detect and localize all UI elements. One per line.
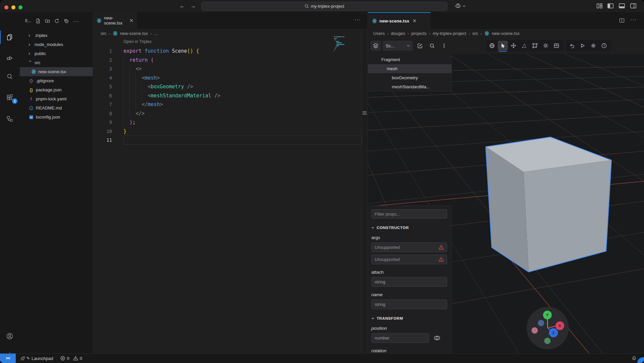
copilot-button[interactable] xyxy=(455,3,466,9)
section-header-transform[interactable]: TRANSFORM xyxy=(371,316,447,320)
breadcrumb-item-new-scene-tsx[interactable]: new-scene.tsx xyxy=(120,31,148,36)
file-item-new-scene-tsx[interactable]: new-scene.tsx xyxy=(20,67,93,76)
settings-gear-icon[interactable] xyxy=(588,41,598,51)
select-tool-icon[interactable] xyxy=(498,41,508,51)
undo-icon[interactable] xyxy=(567,41,577,51)
filter-props-input[interactable] xyxy=(371,209,447,219)
search-icon[interactable] xyxy=(0,69,19,84)
forward-button[interactable]: → xyxy=(191,3,196,9)
code-editor[interactable]: Open in Triplex 1export function Scene()… xyxy=(93,38,368,354)
code-line-11[interactable]: 11 xyxy=(93,136,368,145)
code-line-1[interactable]: 1export function Scene() { xyxy=(93,47,368,56)
codelens-open-in-triplex[interactable]: Open in Triplex xyxy=(123,39,152,44)
breadcrumb-item-new-scene-tsx[interactable]: new-scene.tsx xyxy=(492,31,520,36)
file-item-gitignore[interactable]: .gitignore xyxy=(20,76,93,85)
scene-node-mesh[interactable]: mesh xyxy=(368,64,451,73)
close-tab-icon[interactable] xyxy=(413,19,416,22)
translate-tool-icon[interactable] xyxy=(508,41,519,51)
prop-input-position[interactable]: number xyxy=(371,333,429,343)
toggle-primary-sidebar-icon[interactable] xyxy=(607,3,614,9)
triplex-tab-new-scene[interactable]: new-scene.tsx xyxy=(368,12,431,29)
prop-input-args[interactable]: Unsupported xyxy=(371,242,447,252)
code-line-10[interactable]: 10} xyxy=(93,127,368,136)
file-item-package-json[interactable]: {}package.json xyxy=(20,85,93,94)
triplex-breadcrumb[interactable]: Users›douges›projects›my-triplex-project… xyxy=(368,29,644,38)
prop-input-attach[interactable]: string xyxy=(371,277,447,287)
customize-layout-icon[interactable] xyxy=(596,3,603,9)
breadcrumb-item-users[interactable]: Users xyxy=(373,31,385,36)
minimize-window-button[interactable] xyxy=(11,5,15,9)
file-item-pnpm-lock-yaml[interactable]: !pnpm-lock.yaml xyxy=(20,94,93,103)
breadcrumb-item-my-triplex-project[interactable]: my-triplex-project xyxy=(433,31,466,36)
file-item-tsconfig-json[interactable]: TStsconfig.json xyxy=(20,112,93,122)
expand-toggle-icon[interactable] xyxy=(433,335,441,341)
minimap[interactable] xyxy=(334,36,351,51)
run-debug-icon[interactable] xyxy=(0,50,19,65)
code-line-4[interactable]: 4 <mesh> xyxy=(93,74,368,83)
explorer-icon[interactable] xyxy=(0,30,19,45)
kebab-menu-icon[interactable] xyxy=(439,41,449,51)
frame-panel-icon[interactable] xyxy=(551,41,561,51)
prop-input-name[interactable]: string xyxy=(371,300,447,309)
accounts-icon[interactable] xyxy=(0,329,19,344)
globe-space-icon[interactable] xyxy=(487,41,497,51)
sash-handle[interactable] xyxy=(363,111,367,115)
scene-select[interactable]: Sc... xyxy=(383,41,413,51)
file-item-public[interactable]: ›public xyxy=(20,49,93,58)
scene-node-fragment[interactable]: Fragment xyxy=(368,55,451,64)
new-folder-icon[interactable] xyxy=(45,18,50,24)
file-item-node-modules[interactable]: ›node_modules xyxy=(20,40,93,49)
editor-tab-new-scene[interactable]: new-scene.tsx xyxy=(93,12,137,29)
close-window-button[interactable] xyxy=(4,5,8,9)
breadcrumb-item-src[interactable]: src xyxy=(101,31,106,36)
split-editor-icon[interactable] xyxy=(619,18,625,23)
file-item-triplex[interactable]: ›.triplex xyxy=(20,31,93,40)
panel-more-actions-icon[interactable]: ··· xyxy=(630,17,637,23)
editor-more-actions-icon[interactable]: ··· xyxy=(355,17,361,23)
toggle-secondary-sidebar-icon[interactable] xyxy=(630,3,637,9)
editor-scrollbar[interactable] xyxy=(362,29,368,354)
file-item-readme-md[interactable]: README.md xyxy=(20,103,93,112)
scene-node-boxgeometry[interactable]: boxGeometry xyxy=(368,73,451,82)
new-file-icon[interactable] xyxy=(36,18,41,24)
more-actions-icon[interactable]: ··· xyxy=(73,18,79,24)
prop-input-args[interactable]: Unsupported xyxy=(371,255,447,264)
zoom-window-button[interactable] xyxy=(18,5,22,9)
play-icon[interactable] xyxy=(578,41,588,51)
problems-status-item[interactable]: 0 0 xyxy=(60,356,82,361)
breadcrumb-item-src[interactable]: src xyxy=(472,31,478,36)
breadcrumb-item-projects[interactable]: projects xyxy=(411,31,427,36)
remote-indicator[interactable]: >< xyxy=(0,354,16,363)
lighting-sun-icon[interactable] xyxy=(541,41,551,51)
close-tab-icon[interactable] xyxy=(130,19,133,22)
scene-viewport[interactable]: Y X Z FragmentmeshboxGeometrymeshStandar… xyxy=(368,54,644,354)
rotate-tool-icon[interactable] xyxy=(519,41,529,51)
editor-breadcrumb[interactable]: src›new-scene.tsx›... xyxy=(93,29,368,38)
command-center-search[interactable]: my-triplex-project xyxy=(201,2,447,11)
extensions-icon[interactable]: 1 xyxy=(0,90,19,105)
code-line-5[interactable]: 5 <boxGeometry /> xyxy=(93,82,368,91)
edit-scene-icon[interactable] xyxy=(415,41,425,51)
code-line-3[interactable]: 3 <> xyxy=(93,64,368,74)
collapse-all-icon[interactable] xyxy=(64,18,69,24)
code-line-7[interactable]: 7 </mesh> xyxy=(93,100,368,109)
layers-icon[interactable] xyxy=(371,41,381,51)
refresh-icon[interactable] xyxy=(54,18,59,24)
search-scene-icon[interactable] xyxy=(427,41,437,51)
code-line-9[interactable]: 9 ); xyxy=(93,118,368,127)
file-item-src[interactable]: ›src xyxy=(20,58,93,67)
help-icon[interactable]: ? xyxy=(599,41,609,51)
launchpad-status-item[interactable]: ✎ Launchpad xyxy=(20,356,53,361)
triplex-hierarchy-icon[interactable] xyxy=(0,111,19,126)
scene-node-meshstandardma[interactable]: meshStandardMa... xyxy=(368,82,451,91)
section-header-constructor[interactable]: CONSTRUCTOR xyxy=(371,226,447,230)
breadcrumb-item-douges[interactable]: douges xyxy=(391,31,405,36)
code-line-2[interactable]: 2 return ( xyxy=(93,56,368,65)
notifications-bell-icon[interactable] xyxy=(632,356,637,361)
code-line-8[interactable]: 8 </> xyxy=(93,109,368,118)
code-line-6[interactable]: 6 <meshStandardMaterial /> xyxy=(93,91,368,100)
back-button[interactable]: ← xyxy=(179,3,185,9)
breadcrumb-item-[interactable]: ... xyxy=(154,31,158,36)
scale-tool-icon[interactable] xyxy=(530,41,540,51)
toggle-panel-icon[interactable] xyxy=(619,3,625,9)
